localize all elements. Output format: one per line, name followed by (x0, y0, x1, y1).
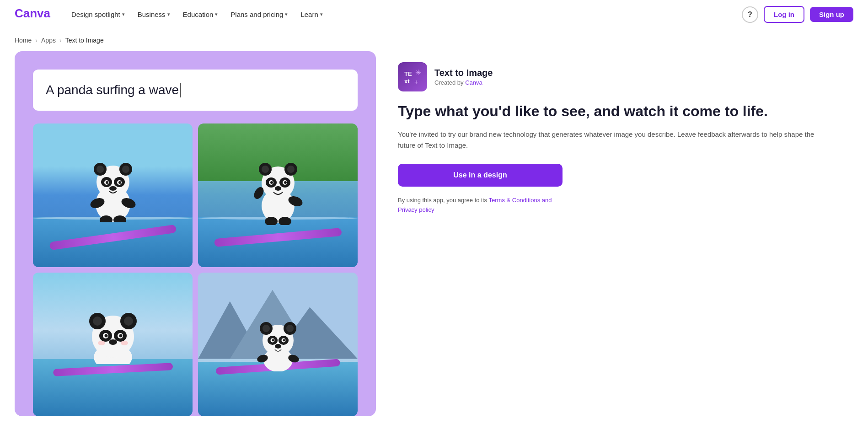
image-grid (33, 123, 358, 416)
app-title-block: Text to Image Created by Canva (434, 68, 493, 86)
generated-image-3 (33, 273, 193, 416)
generated-image-2 (198, 123, 358, 267)
breadcrumb: Home › Apps › Text to Image (0, 29, 868, 51)
svg-text:+: + (414, 78, 418, 86)
svg-point-48 (98, 341, 105, 345)
app-header: TE xt ✳ + Text to Image Created by Canva (398, 62, 831, 91)
svg-point-13 (109, 186, 117, 191)
svg-text:✳: ✳ (415, 69, 421, 76)
prompt-display: A panda surfing a wave (33, 70, 358, 111)
app-headline: Type what you'd like to see, and watch i… (398, 102, 831, 120)
info-panel: TE xt ✳ + Text to Image Created by Canva… (376, 51, 853, 416)
svg-point-23 (287, 166, 295, 173)
chevron-down-icon: ▾ (320, 11, 323, 17)
svg-point-47 (109, 339, 117, 345)
svg-text:xt: xt (404, 78, 410, 85)
breadcrumb-home[interactable]: Home (15, 37, 32, 44)
help-button[interactable]: ? (742, 6, 758, 23)
nav-item-education[interactable]: Education ▾ (177, 7, 224, 22)
svg-point-11 (106, 181, 108, 184)
svg-point-64 (272, 339, 274, 341)
svg-text:Canva: Canva (15, 7, 51, 20)
breadcrumb-current: Text to Image (65, 37, 104, 44)
app-title: Text to Image (434, 68, 493, 78)
app-creator: Created by Canva (434, 79, 493, 86)
breadcrumb-separator-2: › (59, 37, 62, 44)
nav-items: Design spotlight ▾ Business ▾ Education … (66, 7, 742, 22)
svg-point-46 (119, 334, 122, 338)
svg-point-66 (275, 344, 281, 349)
breadcrumb-apps[interactable]: Apps (41, 37, 56, 44)
nav-item-design-spotlight[interactable]: Design spotlight ▾ (66, 7, 130, 22)
logo[interactable]: Canva (15, 7, 51, 22)
svg-point-22 (262, 166, 269, 173)
svg-point-5 (96, 166, 104, 173)
svg-point-6 (122, 166, 129, 173)
svg-point-40 (124, 317, 133, 326)
chevron-down-icon: ▾ (285, 11, 288, 17)
text-cursor (180, 83, 181, 97)
main-layout: A panda surfing a wave (0, 51, 868, 424)
breadcrumb-separator-1: › (35, 37, 38, 44)
svg-point-29 (284, 181, 287, 184)
svg-point-45 (104, 334, 107, 338)
svg-point-49 (121, 341, 128, 345)
app-description: You're invited to try our brand new tech… (398, 129, 831, 151)
app-icon: TE xt ✳ + (398, 62, 427, 91)
svg-point-30 (275, 186, 281, 191)
svg-point-39 (93, 317, 102, 326)
svg-point-28 (270, 181, 273, 184)
generated-image-4 (198, 273, 358, 416)
chevron-down-icon: ▾ (122, 11, 125, 17)
nav-item-business[interactable]: Business ▾ (132, 7, 176, 22)
navbar: Canva Design spotlight ▾ Business ▾ Educ… (0, 0, 868, 29)
use-in-design-button[interactable]: Use in a design (398, 164, 563, 187)
login-button[interactable]: Log in (764, 6, 804, 23)
chevron-down-icon: ▾ (167, 11, 170, 17)
svg-text:TE: TE (404, 70, 412, 77)
preview-panel: A panda surfing a wave (15, 51, 376, 416)
svg-point-12 (118, 181, 121, 184)
svg-point-59 (286, 325, 294, 332)
svg-point-65 (283, 339, 285, 341)
nav-item-learn[interactable]: Learn ▾ (295, 7, 328, 22)
svg-point-58 (263, 325, 270, 332)
generated-image-1 (33, 123, 193, 267)
terms-text: By using this app, you agree to its Term… (398, 196, 563, 215)
signup-button[interactable]: Sign up (810, 7, 853, 22)
nav-item-plans-pricing[interactable]: Plans and pricing ▾ (225, 7, 293, 22)
chevron-down-icon: ▾ (215, 11, 218, 17)
navbar-actions: ? Log in Sign up (742, 6, 853, 23)
creator-link[interactable]: Canva (465, 79, 482, 86)
